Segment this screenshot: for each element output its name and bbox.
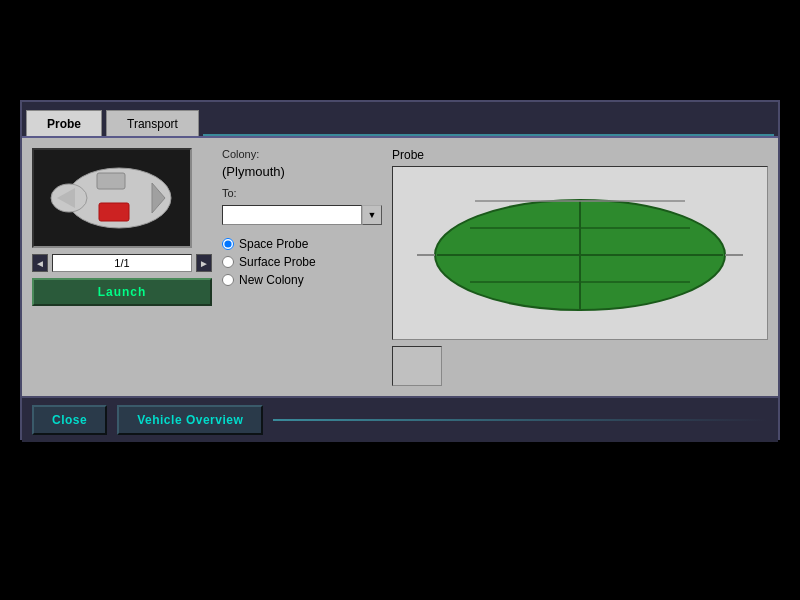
left-panel: ◄ ► Launch (32, 148, 212, 386)
radio-surface-probe[interactable]: Surface Probe (222, 255, 382, 269)
probe-image (32, 148, 192, 248)
main-window: Probe Transport (20, 100, 780, 440)
probe-top-down-svg (415, 183, 745, 323)
svg-rect-3 (97, 173, 125, 189)
launch-button[interactable]: Launch (32, 278, 212, 306)
tab-line (203, 110, 774, 136)
to-input[interactable] (222, 205, 362, 225)
radio-new-colony-input[interactable] (222, 274, 234, 286)
dropdown-arrow-btn[interactable]: ▼ (362, 205, 382, 225)
radio-group: Space Probe Surface Probe New Colony (222, 237, 382, 287)
middle-panel: Colony: (Plymouth) To: ▼ Space Probe Sur… (222, 148, 382, 386)
nav-row: ◄ ► (32, 254, 212, 272)
to-dropdown-row: ▼ (222, 205, 382, 225)
colony-name: (Plymouth) (222, 164, 382, 179)
nav-right-arrow[interactable]: ► (196, 254, 212, 272)
vehicle-overview-button[interactable]: Vehicle Overview (117, 405, 263, 435)
right-panel: Probe (392, 148, 768, 386)
tab-bar: Probe Transport (22, 102, 778, 138)
main-content: ◄ ► Launch Colony: (Plymouth) To: ▼ (22, 138, 778, 396)
radio-space-probe[interactable]: Space Probe (222, 237, 382, 251)
to-label: To: (222, 187, 382, 199)
tab-probe[interactable]: Probe (26, 110, 102, 136)
nav-left-arrow[interactable]: ◄ (32, 254, 48, 272)
radio-surface-probe-input[interactable] (222, 256, 234, 268)
bottom-bar: Close Vehicle Overview (22, 396, 778, 442)
probe-visualization (392, 166, 768, 340)
probe-small-preview (392, 346, 442, 386)
probe-viz-title: Probe (392, 148, 768, 162)
close-button[interactable]: Close (32, 405, 107, 435)
tab-transport[interactable]: Transport (106, 110, 199, 136)
radio-space-probe-input[interactable] (222, 238, 234, 250)
bottom-line-decoration (273, 419, 768, 421)
probe-sprite (47, 158, 177, 238)
nav-counter[interactable] (52, 254, 192, 272)
svg-rect-4 (99, 203, 129, 221)
colony-label: Colony: (222, 148, 382, 160)
radio-new-colony[interactable]: New Colony (222, 273, 382, 287)
